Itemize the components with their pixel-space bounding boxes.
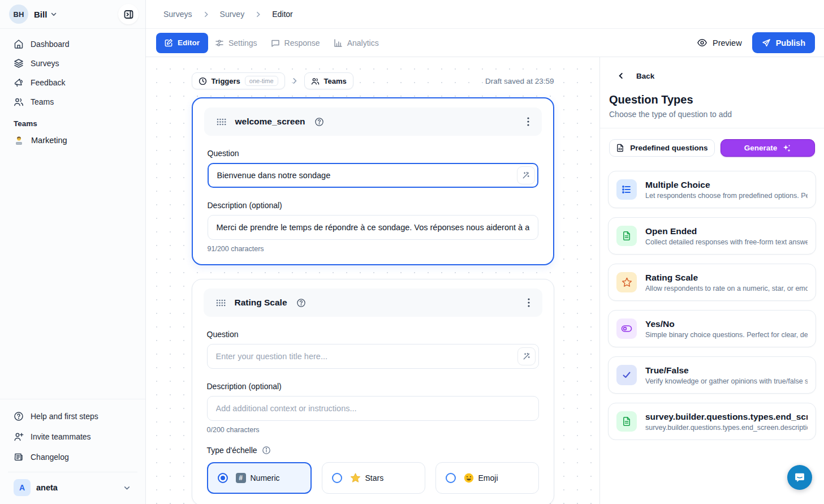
radio-icon [446,473,456,483]
main-area: Surveys Survey Editor Editor Setting [146,0,824,504]
type-title: Multiple Choice [645,180,808,190]
chevron-right-icon [291,77,299,85]
app-root: BH Bill Dashboard Surv [0,0,824,504]
predefined-questions-label: Predefined questions [630,144,707,152]
help-circle-icon[interactable] [313,116,325,128]
question-type-rating-scale[interactable]: Rating Scale Allow respondents to rate o… [608,264,816,301]
scale-type-label: Type d'échelle [207,446,257,455]
triggers-label: Triggers [212,77,240,85]
account-name: aneta [36,483,58,492]
breadcrumb-surveys[interactable]: Surveys [163,10,192,19]
star-emoji-icon [350,473,361,483]
card-menu-icon[interactable] [527,297,531,308]
tab-label: Analytics [347,38,379,48]
chat-launcher-button[interactable] [787,465,812,490]
question-type-list: Multiple Choice Let respondents choose f… [600,157,824,440]
question-type-yes-no[interactable]: Yes/No Simple binary choice questions. P… [608,310,816,347]
question-card-title: Rating Scale [235,298,287,308]
description-input[interactable] [207,396,539,421]
bar-chart-icon [334,38,343,48]
question-title-input[interactable] [207,344,539,369]
predefined-questions-button[interactable]: Predefined questions [609,139,715,157]
question-title-input[interactable] [208,163,538,188]
magic-wand-button[interactable] [517,347,536,365]
question-type-multiple-choice[interactable]: Multiple Choice Let respondents choose f… [608,171,816,208]
footer-item-label: Help and first steps [31,412,98,421]
scale-option-emoji[interactable]: Emoji [435,462,539,494]
drag-handle-icon[interactable] [215,298,227,308]
help-circle-icon[interactable] [295,297,307,309]
help-circle-icon [14,411,24,421]
generate-button[interactable]: Generate [721,139,815,157]
question-type-true-false[interactable]: True/False Verify knowledge or gather op… [608,356,816,394]
panel-collapse-icon [124,10,133,19]
chevron-right-icon [254,11,262,18]
type-description: Allow respondents to rate on a numeric, … [645,285,808,292]
preview-button[interactable]: Preview [697,37,742,48]
question-type-open-ended[interactable]: Open Ended Collect detailed responses wi… [608,217,816,255]
teams-section-label: Teams [8,111,137,130]
tab-editor[interactable]: Editor [156,33,208,53]
triggers-pill[interactable]: Triggers one-time [192,72,285,89]
tab-settings[interactable]: Settings [208,33,264,53]
preview-label: Preview [713,38,742,48]
workspace: Triggers one-time Teams Draft sav [146,57,824,504]
footer-item-label: Changelog [31,453,69,462]
eye-icon [697,37,707,48]
sidebar-item-label: Feedback [31,78,65,87]
collapse-sidebar-button[interactable] [118,4,139,24]
publish-label: Publish [776,38,805,48]
home-icon [14,39,24,49]
magic-wand-button[interactable] [517,166,535,184]
footer-item-label: Invite teammates [31,432,91,441]
sidebar-item-invite[interactable]: Invite teammates [8,427,137,447]
question-card-welcome-screen[interactable]: welcome_screen Question [192,97,554,265]
tab-response[interactable]: Response [264,33,327,53]
char-counter: 0/200 characters [207,426,539,434]
sidebar-item-surveys[interactable]: Surveys [8,54,137,73]
sidebar-item-changelog[interactable]: Changelog [8,447,137,467]
megaphone-icon [14,77,24,88]
card-menu-icon[interactable] [526,116,530,127]
sidebar-item-team-marketing[interactable]: Marketing [8,130,137,150]
star-icon [616,272,637,292]
info-icon[interactable] [262,446,271,455]
publish-button[interactable]: Publish [752,32,815,53]
sidebar-item-feedback[interactable]: Feedback [8,73,137,92]
description-input[interactable] [208,215,538,240]
back-label[interactable]: Back [636,72,654,80]
sliders-icon [215,38,224,48]
sidebar-item-help[interactable]: Help and first steps [8,406,137,427]
drag-handle-icon[interactable] [215,117,227,127]
clock-icon [199,77,207,85]
message-square-icon [271,38,280,48]
sidebar-item-teams[interactable]: Teams [8,92,137,111]
back-button[interactable] [616,71,626,81]
tab-analytics[interactable]: Analytics [327,33,386,53]
flow-row: Triggers one-time Teams Draft sav [192,72,554,89]
users-icon [14,97,24,107]
breadcrumb-survey[interactable]: Survey [220,10,245,19]
scale-option-stars[interactable]: Stars [322,462,425,494]
question-card-title: welcome_screen [235,117,305,127]
avatar[interactable]: BH [9,5,28,24]
teams-pill[interactable]: Teams [304,72,353,89]
type-title: Yes/No [645,319,808,329]
scale-option-numeric[interactable]: # Numeric [207,462,312,494]
workspace-name[interactable]: Bill [34,10,47,19]
radio-selected-icon [218,473,228,483]
edit-icon [165,38,173,47]
chat-bubble-icon [793,471,806,484]
question-card-rating-scale[interactable]: Rating Scale Question [192,279,554,504]
sidebar-item-dashboard[interactable]: Dashboard [8,35,137,54]
account-switcher[interactable]: A aneta [8,472,137,504]
toggle-icon [616,318,637,339]
user-plus-icon [14,432,24,442]
list-icon [616,179,637,200]
file-text-icon [616,411,637,432]
type-title: True/False [645,365,808,376]
question-types-panel: Back Question Types Choose the type of q… [599,57,824,504]
sidebar-item-label: Surveys [31,59,59,68]
question-type-end-screen[interactable]: survey.builder.questions.types.end_scr..… [608,403,816,440]
sidebar-item-label: Teams [31,97,54,106]
